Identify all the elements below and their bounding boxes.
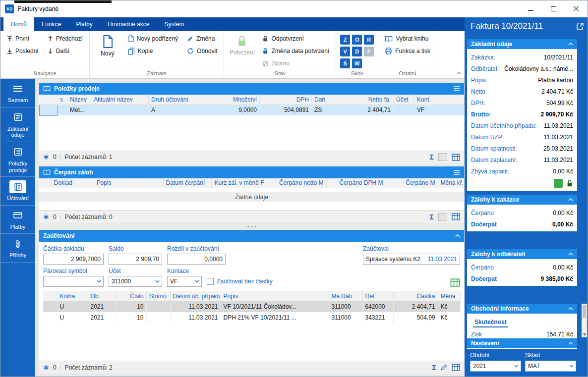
column-header-ucet[interactable]: Účet [394,95,414,105]
column-header-castka[interactable]: Částka [393,291,438,301]
scrollbar-down-arrow[interactable] [583,333,586,336]
panel-header-nastaveni[interactable]: Nastavení [467,338,577,349]
previous-record-button[interactable]: Předchozí [45,33,85,44]
column-header-datum[interactable]: Datum úč. případu [170,291,221,301]
saldo-field[interactable]: 2 909,70 [109,254,162,265]
column-header-aktualni-nazev[interactable]: Aktuální název [91,95,149,105]
tab-funkce[interactable]: Funkce [34,17,68,31]
panel-header-obchodni[interactable]: Obchodní informace [467,304,577,315]
zauctovani-row-2[interactable]: U 2021 10 11.03.2021 DPH 21% VF 10/2021/… [43,312,460,323]
pencil-icon[interactable] [441,364,447,371]
edit-record-button[interactable]: Změna [184,33,220,44]
new-child-record-button[interactable]: Nový podřízený [125,33,180,44]
sidebar-item-seznam[interactable]: Seznam [0,79,35,108]
column-header-kurz[interactable]: Kurz zál. v měně F [211,178,267,188]
tab-hromadne-akce[interactable]: Hromadné akce [100,17,157,31]
sum-icon[interactable]: Σ [430,154,434,161]
tab-skutecnost[interactable]: Skutečnost [473,317,508,327]
column-header-druh-uctovani[interactable]: Druh účtování [149,95,204,105]
menu-icon[interactable] [453,170,460,175]
sidebar-item-zakladni-udaje[interactable]: Základní údaje [0,108,35,142]
column-header-kniha[interactable]: Kniha [57,291,88,301]
first-record-button[interactable]: První [4,33,41,44]
functions-print-button[interactable]: Funkce a tisk [382,46,433,56]
jump-key-o[interactable]: O [352,35,362,45]
last-record-button[interactable]: Poslední [4,46,41,56]
grid-settings-button[interactable] [438,213,447,221]
column-header-cerpano-dph[interactable]: Čerpáno DPH M [326,178,386,188]
minimize-button[interactable] [519,0,542,17]
filter-star-icon[interactable] [43,154,49,160]
polozky-row-1[interactable]: Met... A 9,0000 504,9891 ZS 2 404,71 VF [40,105,465,115]
sidebar-item-polozky-prodeje[interactable]: Položky prodeje [0,142,35,177]
jump-key-f[interactable]: F [364,47,374,56]
filter-star-icon[interactable] [43,214,49,220]
tab-domu[interactable]: Domů [3,17,34,31]
column-header-mena-kr[interactable]: Měna kř. [438,178,464,188]
jump-key-r[interactable]: R [364,35,374,45]
open-in-window-icon[interactable] [577,23,584,30]
sum-icon[interactable]: Σ [432,364,436,371]
scrollbar-thumb[interactable] [583,305,586,318]
jump-key-w[interactable]: W [352,58,362,68]
maximize-button[interactable] [542,0,565,17]
change-confirmation-date-button[interactable]: Změna data potvrzení [260,46,332,56]
column-header-doklad[interactable]: Doklad [51,178,94,188]
sklad-combo[interactable]: MAT [525,361,576,372]
jump-key-z[interactable]: Z [340,35,350,45]
chevron-up-icon[interactable] [455,234,460,237]
column-header-popis[interactable]: Popis [94,178,163,188]
zauctovat-bez-castky-checkbox[interactable]: Zaúčtovat bez částky [207,276,273,287]
panel-scrollbar[interactable] [582,304,587,337]
obdobi-combo[interactable]: 2021 [470,361,521,372]
zauctoval-field[interactable]: Správce systému K2 11.03.2021 [363,254,460,265]
table-edit-icon[interactable] [452,364,460,371]
column-header-dan[interactable]: Daň [312,95,334,105]
panel-header-zakladni[interactable]: Základní údaje [467,39,577,50]
column-header-s[interactable]: s [58,95,67,105]
zauctovani-row-1[interactable]: U 2021 10 11.03.2021 VF 10/2021/11 Čokol… [43,301,460,312]
storno-button[interactable]: Storno [260,58,332,69]
panel-header-zalohy-odberateli[interactable]: Zálohy k odběrateli [467,249,577,260]
close-button[interactable] [565,0,588,17]
column-header-mnozstvi[interactable]: Množství [204,95,260,105]
grid-settings-button[interactable] [438,153,447,161]
column-header-cislo[interactable]: Číslo [117,291,146,301]
column-header-datum-cerpani[interactable]: Datum čerpání [163,178,211,188]
kontace-combo[interactable]: VF [167,276,202,287]
splitter-handle[interactable] [39,223,464,230]
column-header-mena[interactable]: Měna [438,291,460,301]
next-record-button[interactable]: Další [45,46,85,56]
column-header-cerpano-m[interactable]: Čerpáno M [386,178,438,188]
sum-icon[interactable]: Σ [430,214,434,220]
refresh-button[interactable]: Obnovit [184,46,220,56]
sidebar-item-platby[interactable]: Platby [0,206,35,234]
sidebar-item-prilohy[interactable]: Přílohy [0,234,35,263]
rozdil-field[interactable]: 0,0000 [167,254,226,265]
column-header-ma-dati[interactable]: Má Dáti [329,291,362,301]
column-header-kont[interactable]: Kont. [414,95,465,105]
collapse-ribbon-button[interactable] [457,69,462,76]
jump-key-s[interactable]: S [340,58,350,68]
column-header-storno[interactable]: Storno [146,291,170,301]
castka-dokladu-field[interactable]: 2 909,7000 [43,254,104,265]
column-header-cerpano-netto[interactable]: Čerpáno netto M [267,178,326,188]
filter-star-icon[interactable] [43,365,49,371]
column-header-nazev[interactable]: Název [67,95,91,105]
copy-record-button[interactable]: Kopie [125,46,180,56]
table-edit-icon[interactable] [452,154,460,161]
column-header-dal[interactable]: Dal [362,291,393,301]
recalculate-grid-button[interactable] [450,278,460,287]
ucet-combo[interactable]: 311000 [109,276,162,287]
tab-system[interactable]: Systém [157,17,191,31]
column-header-ob[interactable]: Ob. [88,291,117,301]
menu-icon[interactable] [453,86,460,91]
new-record-button[interactable]: Nový [94,33,121,57]
column-header-netto-fa[interactable]: Netto fa. [334,95,394,105]
confirm-button[interactable]: Potvrzení [228,33,256,56]
column-header-dph[interactable]: DPH [260,95,312,105]
parovaci-symbol-combo[interactable] [43,276,104,287]
sidebar-item-uctovani[interactable]: Účtování [0,177,35,206]
unconfirm-button[interactable]: Odpotvrzení [260,33,332,44]
jump-key-v[interactable]: V [340,47,350,56]
